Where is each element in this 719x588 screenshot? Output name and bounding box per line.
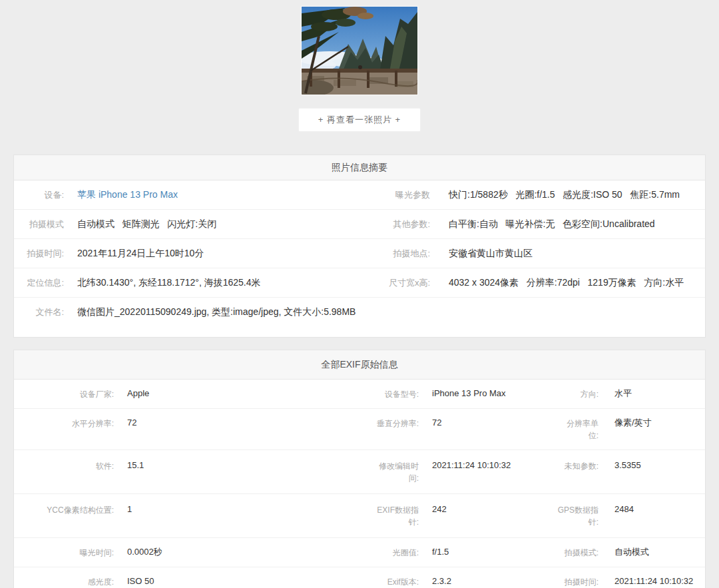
dimensions-value: 4032 x 3024像素 分辨率:72dpi 1219万像素 方向:水平 bbox=[430, 277, 684, 289]
view-another-photo-button[interactable]: + 再查看一张照片 + bbox=[298, 108, 421, 132]
device-label: 设备: bbox=[14, 189, 64, 201]
device-link[interactable]: 苹果 iPhone 13 Pro Max bbox=[64, 189, 178, 201]
exif-row-2: 水平分辨率: 72 垂直分辨率: 72 分辨率单位: 像素/英寸 bbox=[14, 409, 705, 450]
exif-row-3: 软件: 15.1 修改编辑时间: 2021:11:24 10:10:32 未知参… bbox=[14, 450, 705, 494]
exif-exposure-time: 曝光时间: 0.0002秒 bbox=[14, 546, 373, 559]
exif-row-5: 曝光时间: 0.0002秒 光圈值: f/1.5 拍摄模式: 自动模式 bbox=[14, 538, 705, 567]
exif-card-title: 全部EXIF原始信息 bbox=[14, 350, 705, 380]
filename-label: 文件名: bbox=[14, 306, 64, 318]
summary-row-gps: 定位信息: 北纬30.1430°, 东经118.1712°, 海拔1625.4米… bbox=[14, 268, 705, 298]
summary-row-device: 设备: 苹果 iPhone 13 Pro Max 曝光参数 快门:1/5882秒… bbox=[14, 180, 705, 210]
exposure-params-label: 曝光参数 bbox=[373, 189, 430, 201]
exif-version: Exif版本: 2.3.2 bbox=[373, 575, 557, 588]
exif-software: 软件: 15.1 bbox=[14, 459, 373, 472]
exif-row-1: 设备厂家: Apple 设备型号: iPhone 13 Pro Max 方向: … bbox=[14, 380, 705, 409]
exif-gps-pointer: GPS数据指针: 2484 bbox=[557, 503, 705, 528]
exif-row-6: 感光度: ISO 50 Exif版本: 2.3.2 拍摄时间: 2021:11:… bbox=[14, 567, 705, 588]
other-params-value: 白平衡:自动 曝光补偿:无 色彩空间:Uncalibrated bbox=[430, 218, 655, 230]
exif-viewer-page: + 再查看一张照片 + 照片信息摘要 设备: 苹果 iPhone 13 Pro … bbox=[0, 0, 719, 588]
summary-row-time: 拍摄时间: 2021年11月24日上午10时10分 拍摄地点: 安徽省黄山市黄山… bbox=[14, 239, 705, 268]
summary-card-title: 照片信息摘要 bbox=[14, 155, 705, 180]
exif-iso: 感光度: ISO 50 bbox=[14, 575, 373, 588]
other-params-label: 其他参数: bbox=[373, 218, 430, 230]
shoot-place-value: 安徽省黄山市黄山区 bbox=[430, 248, 533, 260]
shoot-time-label: 拍摄时间: bbox=[14, 248, 64, 260]
photo-section bbox=[0, 0, 719, 95]
gps-label: 定位信息: bbox=[14, 277, 64, 289]
exif-resolution-unit: 分辨率单位: 像素/英寸 bbox=[557, 417, 705, 441]
exposure-params-value: 快门:1/5882秒 光圈:f/1.5 感光度:ISO 50 焦距:5.7mm bbox=[430, 189, 680, 201]
exif-shooting-mode: 拍摄模式: 自动模式 bbox=[557, 546, 705, 559]
exif-shoot-time: 拍摄时间: 2021:11:24 10:10:32 bbox=[557, 575, 705, 588]
summary-row-filename: 文件名: 微信图片_20220115090249.jpg, 类型:image/j… bbox=[14, 298, 705, 326]
exif-model: 设备型号: iPhone 13 Pro Max bbox=[373, 388, 557, 400]
summary-row-mode: 拍摄模式 自动模式 矩阵测光 闪光灯:关闭 其他参数: 白平衡:自动 曝光补偿:… bbox=[14, 210, 705, 239]
gps-value: 北纬30.1430°, 东经118.1712°, 海拔1625.4米 bbox=[64, 277, 261, 289]
shoot-place-label: 拍摄地点: bbox=[373, 248, 430, 260]
exif-unknown-param: 未知参数: 3.5355 bbox=[557, 459, 705, 472]
photo-thumbnail[interactable] bbox=[302, 7, 417, 95]
photo-summary-card: 照片信息摘要 设备: 苹果 iPhone 13 Pro Max 曝光参数 快门:… bbox=[13, 154, 706, 338]
shoot-mode-label: 拍摄模式 bbox=[14, 218, 64, 230]
exif-ycc-positioning: YCC像素结构位置: 1 bbox=[14, 503, 373, 516]
filename-value: 微信图片_20220115090249.jpg, 类型:image/jpeg, … bbox=[64, 306, 356, 318]
exif-ifd-pointer: EXIF数据指针: 242 bbox=[373, 503, 557, 528]
exif-raw-card: 全部EXIF原始信息 设备厂家: Apple 设备型号: iPhone 13 P… bbox=[13, 350, 706, 588]
exif-x-resolution: 水平分辨率: 72 bbox=[14, 417, 373, 430]
button-row: + 再查看一张照片 + bbox=[0, 108, 719, 132]
exif-make: 设备厂家: Apple bbox=[14, 388, 373, 400]
shoot-time-value: 2021年11月24日上午10时10分 bbox=[64, 248, 204, 260]
dimensions-label: 尺寸宽x高: bbox=[373, 277, 430, 289]
exif-y-resolution: 垂直分辨率: 72 bbox=[373, 417, 557, 430]
exif-orientation: 方向: 水平 bbox=[557, 388, 705, 400]
exif-row-4: YCC像素结构位置: 1 EXIF数据指针: 242 GPS数据指针: 2484 bbox=[14, 494, 705, 538]
shoot-mode-value: 自动模式 矩阵测光 闪光灯:关闭 bbox=[64, 218, 216, 230]
exif-aperture: 光圈值: f/1.5 bbox=[373, 546, 557, 559]
exif-modify-time: 修改编辑时间: 2021:11:24 10:10:32 bbox=[373, 459, 557, 484]
